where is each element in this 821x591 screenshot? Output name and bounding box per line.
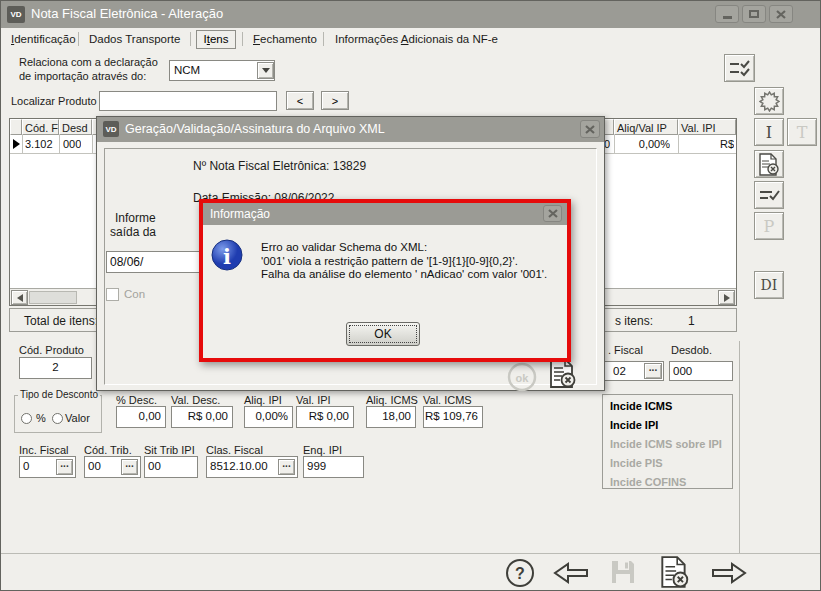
scroll-right-icon bbox=[724, 294, 730, 302]
clas-fiscal-label: Clas. Fiscal bbox=[206, 444, 263, 456]
chevron-down-icon bbox=[262, 68, 270, 73]
val-desc-label: Val. Desc. bbox=[171, 394, 220, 406]
val-ipi-input[interactable]: R$ 0,00 bbox=[296, 406, 354, 428]
tab-fechamento[interactable]: Fechamento bbox=[253, 33, 317, 45]
aliq-icms-input[interactable]: 18,00 bbox=[366, 406, 416, 428]
help-button[interactable]: ? bbox=[504, 557, 536, 589]
xml-dialog-close-button[interactable] bbox=[580, 120, 600, 138]
ncm-combobox[interactable]: NCM bbox=[169, 60, 275, 81]
row-selector-icon bbox=[13, 139, 20, 149]
aliq-ipi-input[interactable]: 0,00% bbox=[244, 406, 293, 428]
error-message-line2: '001' viola a restrição pattern de '[1-9… bbox=[261, 255, 547, 269]
next-product-button[interactable]: > bbox=[321, 91, 349, 110]
cod-produto-input[interactable]: 2 bbox=[19, 357, 92, 379]
forward-button[interactable] bbox=[710, 560, 748, 586]
val-icms-label: Val. ICMS bbox=[423, 394, 472, 406]
relaciona-label-line2: de importação através do: bbox=[19, 70, 146, 82]
app-window: VD Nota Fiscal Eletrônica - Alteração Id… bbox=[0, 0, 821, 591]
close-icon bbox=[548, 209, 558, 218]
enq-ipi-label: Enq. IPI bbox=[303, 444, 342, 456]
tab-separator bbox=[242, 32, 243, 46]
cancel-nfe-button[interactable] bbox=[657, 555, 691, 589]
validate-button[interactable] bbox=[754, 181, 784, 209]
close-icon bbox=[776, 10, 786, 19]
scroll-left-icon bbox=[17, 294, 23, 302]
sit-trib-ipi-label: Sit Trib IPI bbox=[144, 444, 195, 456]
inc-fiscal-label: Inc. Fiscal bbox=[19, 444, 69, 456]
maximize-button[interactable] bbox=[742, 5, 766, 23]
svg-text:i: i bbox=[223, 244, 231, 269]
desdob-input[interactable]: 000 bbox=[669, 361, 733, 381]
combobox-dropdown-button[interactable] bbox=[257, 62, 274, 79]
scroll-left-button[interactable] bbox=[11, 290, 28, 305]
pct-desc-input[interactable]: 0,00 bbox=[116, 406, 166, 428]
cod-fiscal-input[interactable]: 02 ... bbox=[601, 361, 664, 381]
contingencia-checkbox bbox=[106, 288, 119, 301]
minimize-icon bbox=[723, 16, 732, 19]
cell-val-ipi: R$ bbox=[674, 138, 734, 150]
localizar-produto-input[interactable] bbox=[99, 91, 277, 111]
window-title: Nota Fiscal Eletrônica - Alteração bbox=[31, 6, 223, 21]
di-button[interactable]: DI bbox=[754, 271, 784, 299]
italic-i-button[interactable]: I bbox=[754, 118, 784, 146]
radio-valor[interactable] bbox=[52, 413, 63, 424]
localizar-produto-label: Localizar Produto bbox=[11, 95, 97, 107]
total-dos-itens-value: 1 bbox=[688, 314, 695, 328]
save-button-disabled bbox=[609, 558, 637, 586]
tab-separator bbox=[323, 32, 324, 46]
val-icms-input[interactable]: R$ 109,76 bbox=[423, 406, 483, 428]
relaciona-label-line1: Relaciona com a declaração bbox=[19, 56, 158, 68]
inc-fiscal-browse-button[interactable]: ... bbox=[56, 459, 73, 475]
error-dialog-close-button[interactable] bbox=[543, 205, 562, 222]
enq-ipi-input[interactable]: 999 bbox=[303, 456, 364, 478]
sit-trib-ipi-input[interactable]: 00 bbox=[144, 456, 198, 478]
close-icon bbox=[585, 125, 595, 134]
svg-text:ok: ok bbox=[516, 372, 530, 384]
grid-header-aliq-val-ipi[interactable]: Aliq/Val IP bbox=[614, 119, 678, 135]
incide-pis: Incide PIS bbox=[610, 457, 663, 469]
back-button[interactable] bbox=[552, 560, 590, 586]
save-floppy-icon bbox=[609, 558, 637, 586]
cod-fiscal-label: . Fiscal bbox=[608, 344, 643, 356]
page-edge-line bbox=[739, 341, 740, 553]
hscrollbar-thumb[interactable] bbox=[29, 291, 77, 304]
clas-fiscal-browse-button[interactable]: ... bbox=[278, 459, 295, 475]
val-desc-input[interactable]: R$ 0,00 bbox=[171, 406, 233, 428]
help-icon: ? bbox=[504, 557, 536, 589]
tab-informacoes-adicionais[interactable]: Informações Adicionais da NF-e bbox=[335, 33, 498, 45]
incide-icms: Incide ICMS bbox=[610, 400, 672, 412]
xml-dialog-title: Geração/Validação/Assinatura do Arquivo … bbox=[125, 122, 385, 136]
grid-header-val-ipi[interactable]: Val. IPI bbox=[678, 119, 736, 135]
minimize-button[interactable] bbox=[715, 5, 739, 23]
document-delete-icon bbox=[758, 153, 780, 176]
tab-separator bbox=[78, 32, 79, 46]
data-saida-input[interactable]: 08/06/ bbox=[106, 251, 206, 273]
error-ok-button[interactable]: OK bbox=[346, 322, 420, 346]
nf-number-line: Nº Nota Fiscal Eletrônica: 13829 bbox=[193, 159, 366, 173]
ok-button-disabled: ok bbox=[507, 362, 537, 392]
radio-percent[interactable] bbox=[21, 413, 32, 424]
grid-selector-header bbox=[10, 119, 22, 135]
grid-header-desdob[interactable]: Desd bbox=[59, 119, 92, 135]
line-check-icon bbox=[759, 187, 780, 203]
pct-desc-label: % Desc. bbox=[116, 394, 157, 406]
cod-fiscal-browse-button[interactable]: ... bbox=[644, 363, 662, 379]
close-button[interactable] bbox=[769, 5, 793, 23]
incide-cofins: Incide COFINS bbox=[610, 476, 686, 488]
tab-identificacao[interactable]: Identificação bbox=[11, 33, 76, 45]
grid-header-cod-fiscal[interactable]: Cód. F bbox=[22, 119, 59, 135]
tab-separator bbox=[190, 32, 191, 46]
tab-itens-selected[interactable]: Itens bbox=[196, 30, 236, 49]
apply-all-button[interactable] bbox=[724, 54, 755, 82]
svg-text:?: ? bbox=[515, 565, 525, 582]
scroll-right-button[interactable] bbox=[718, 290, 735, 305]
dialog-icon: VD bbox=[103, 121, 119, 137]
informe-line2: saída da bbox=[110, 225, 156, 239]
maximize-icon bbox=[749, 10, 759, 18]
settings-button[interactable] bbox=[754, 87, 784, 115]
cancel-document-button[interactable] bbox=[754, 150, 784, 178]
total-itens-label: Total de itens: bbox=[24, 314, 98, 328]
prev-product-button[interactable]: < bbox=[286, 91, 314, 110]
cod-trib-browse-button[interactable]: ... bbox=[121, 459, 138, 475]
tab-dados-transporte[interactable]: Dados Transporte bbox=[89, 33, 180, 45]
